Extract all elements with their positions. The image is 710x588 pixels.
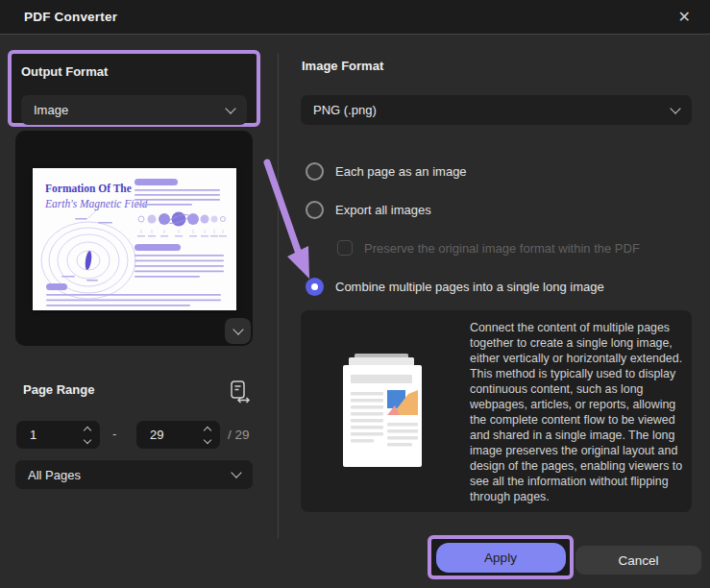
chevron-down-icon (233, 324, 243, 334)
preview-next-page-button[interactable] (225, 318, 251, 344)
page-range-label: Page Range (23, 382, 94, 397)
output-format-value: Image (34, 103, 68, 117)
pdf-page-thumbnail: Formation Of The Earth's Magnetic Field (33, 168, 236, 310)
apply-button[interactable]: Apply (436, 543, 566, 573)
checkbox-preserve-original-format[interactable]: Preserve the original image format withi… (337, 240, 640, 256)
long-image-illustration-icon (339, 354, 428, 471)
thumbnail-title-line2: Earth's Magnetic Field (44, 198, 148, 210)
page-range-from-value: 1 (30, 428, 37, 442)
output-format-label: Output Format (21, 64, 108, 79)
page-range-separator: - (112, 427, 116, 441)
page-range-to-stepper[interactable]: 29 (136, 421, 220, 449)
chevron-down-icon (225, 103, 235, 113)
output-format-dropdown[interactable]: Image (21, 95, 247, 125)
pdf-converter-dialog: PDF Converter ✕ Output Format Image Form… (0, 0, 710, 588)
page-range-icon[interactable] (227, 380, 252, 404)
preview-panel: Formation Of The Earth's Magnetic Field (15, 131, 253, 346)
radio-icon (306, 201, 324, 219)
option-description-panel: Connect the content of multiple pages to… (301, 310, 692, 512)
titlebar: PDF Converter ✕ (0, 0, 710, 35)
image-format-dropdown[interactable]: PNG (.png) (301, 95, 692, 125)
page-range-total: / 29 (228, 428, 250, 442)
annotation-highlight-output-format: Output Format Image (8, 50, 260, 127)
panel-divider (278, 54, 279, 538)
radio-icon (306, 162, 324, 181)
image-format-value: PNG (.png) (313, 103, 377, 117)
dialog-title: PDF Converter (24, 10, 117, 24)
radio-export-all-images[interactable]: Export all images (306, 201, 431, 219)
chevron-down-icon (670, 103, 680, 113)
page-scope-value: All Pages (28, 468, 81, 482)
stepper-arrows-icon[interactable] (85, 428, 90, 443)
radio-each-page-as-image[interactable]: Each page as an image (306, 162, 467, 181)
page-range-to-value: 29 (150, 428, 163, 442)
stepper-arrows-icon[interactable] (205, 428, 210, 443)
image-format-label: Image Format (302, 59, 383, 73)
cancel-button[interactable]: Cancel (575, 546, 701, 575)
option-description-text: Connect the content of multiple pages to… (470, 320, 685, 504)
radio-selected-icon (306, 278, 324, 296)
thumbnail-title-line1: Formation Of The (45, 183, 132, 194)
chevron-down-icon (231, 467, 241, 478)
annotation-highlight-apply: Apply (428, 535, 574, 579)
radio-combine-pages-long-image[interactable]: Combine multiple pages into a single lon… (306, 278, 604, 296)
page-scope-dropdown[interactable]: All Pages (15, 460, 253, 489)
page-range-from-stepper[interactable]: 1 (16, 421, 100, 449)
checkbox-icon (337, 240, 353, 256)
close-icon[interactable]: ✕ (674, 8, 695, 27)
